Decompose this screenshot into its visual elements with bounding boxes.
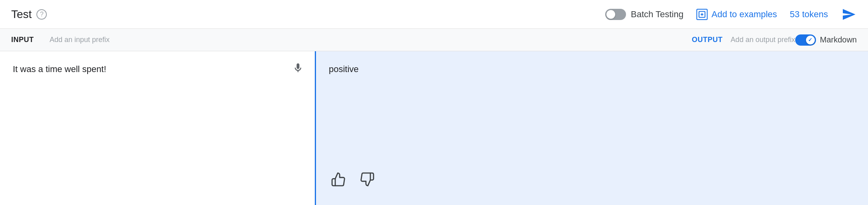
thumbs-down-button[interactable]: [358, 170, 377, 189]
batch-testing-group: Batch Testing: [605, 9, 684, 20]
add-to-examples-label: Add to examples: [712, 9, 777, 20]
help-icon[interactable]: ?: [36, 9, 47, 20]
main-content: It was a time well spent! positive: [0, 51, 868, 205]
tokens-count[interactable]: 53 tokens: [790, 9, 828, 20]
send-button[interactable]: [841, 6, 857, 22]
batch-testing-toggle[interactable]: [605, 9, 626, 20]
input-prefix-placeholder[interactable]: Add an input prefix: [50, 36, 692, 44]
markdown-group: Markdown: [795, 34, 857, 46]
subtitle-row: INPUT Add an input prefix OUTPUT Add an …: [0, 29, 868, 51]
input-label: INPUT: [11, 36, 43, 44]
add-to-examples-button[interactable]: Add to examples: [696, 9, 777, 20]
output-label: OUTPUT: [692, 36, 723, 44]
output-pane: positive: [316, 51, 868, 205]
microphone-icon[interactable]: [292, 62, 304, 76]
markdown-label: Markdown: [820, 35, 857, 44]
output-text: positive: [329, 64, 359, 74]
batch-testing-label: Batch Testing: [631, 9, 684, 20]
page-title: Test: [11, 8, 32, 21]
output-section-header: OUTPUT Add an output prefix: [692, 36, 795, 44]
add-to-examples-icon: [696, 9, 708, 20]
toolbar-right: Batch Testing Add to examples 53 tokens: [605, 6, 857, 22]
thumbs-up-button[interactable]: [329, 170, 348, 189]
feedback-icons: [329, 170, 377, 189]
toolbar-left: Test ?: [11, 8, 47, 21]
markdown-toggle[interactable]: [795, 34, 816, 46]
input-text: It was a time well spent!: [13, 64, 106, 74]
toolbar: Test ? Batch Testing Add to examples 53 …: [0, 0, 868, 29]
input-pane[interactable]: It was a time well spent!: [0, 51, 316, 205]
output-prefix-placeholder[interactable]: Add an output prefix: [731, 36, 795, 44]
